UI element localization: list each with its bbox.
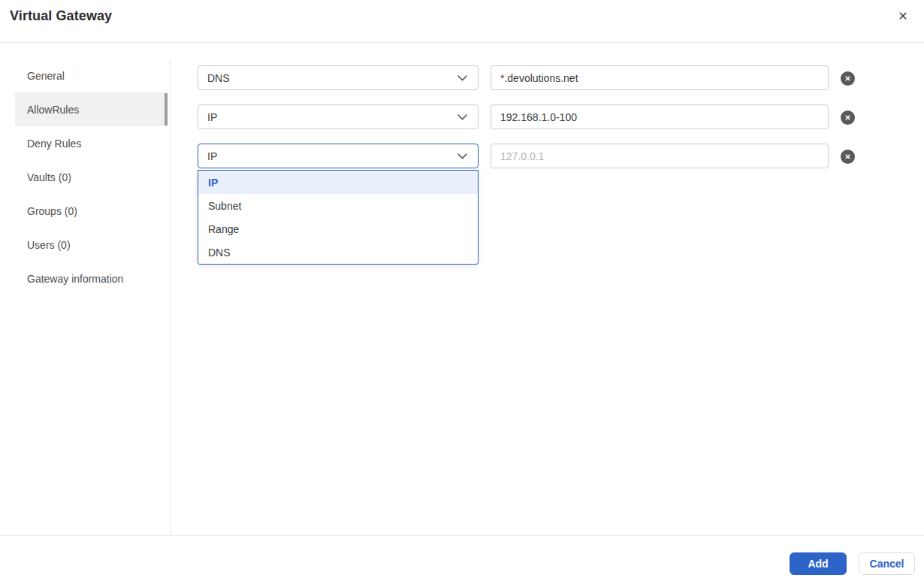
sidebar-item-label: General (27, 70, 65, 82)
chevron-down-icon (457, 75, 467, 81)
sidebar-nav: General AllowRules Deny Rules Vaults (0)… (15, 59, 168, 295)
delete-icon: ✕ (844, 75, 850, 83)
sidebar-item-general[interactable]: General (15, 59, 168, 92)
sidebar-item-label: Groups (0) (27, 205, 77, 217)
sidebar-item-allowrules[interactable]: AllowRules (15, 92, 168, 126)
rule-type-value: DNS (207, 72, 230, 84)
rule-value-input-3[interactable] (491, 144, 829, 168)
virtual-gateway-dialog: Virtual Gateway ✕ General AllowRules Den… (0, 0, 924, 584)
rule-type-value: IP (207, 111, 217, 123)
dialog-title: Virtual Gateway (10, 8, 112, 24)
delete-icon: ✕ (844, 153, 850, 161)
chevron-down-icon (457, 153, 467, 159)
option-label: IP (208, 177, 218, 189)
add-button[interactable]: Add (790, 552, 847, 575)
option-label: Subnet (208, 200, 241, 212)
delete-icon: ✕ (844, 114, 850, 122)
dropdown-option-subnet[interactable]: Subnet (198, 194, 478, 217)
sidebar-item-label: Vaults (0) (27, 171, 71, 183)
sidebar-item-label: Users (0) (27, 239, 71, 251)
dropdown-option-ip[interactable]: IP (198, 171, 478, 194)
dropdown-option-dns[interactable]: DNS (198, 241, 478, 264)
rule-type-select-3[interactable]: IP (198, 144, 479, 168)
sidebar-item-deny-rules[interactable]: Deny Rules (15, 126, 168, 160)
option-label: DNS (208, 247, 231, 259)
rule-value-input-2[interactable] (491, 104, 829, 129)
dialog-header: Virtual Gateway ✕ (0, 0, 924, 43)
footer-divider (0, 535, 924, 536)
sidebar-scrollbar-thumb[interactable] (165, 93, 168, 126)
rule-type-select-1[interactable]: DNS (198, 65, 479, 90)
sidebar-item-label: Gateway information (27, 273, 123, 285)
sidebar-item-gateway-information[interactable]: Gateway information (15, 262, 168, 295)
sidebar-item-label: AllowRules (27, 104, 79, 116)
sidebar-divider (170, 59, 171, 535)
close-button[interactable]: ✕ (895, 8, 911, 25)
close-icon: ✕ (898, 11, 907, 23)
rule-type-select-2[interactable]: IP (198, 104, 479, 129)
chevron-down-icon (457, 114, 467, 120)
sidebar-item-groups[interactable]: Groups (0) (15, 194, 168, 228)
sidebar-item-users[interactable]: Users (0) (15, 228, 168, 262)
dropdown-option-range[interactable]: Range (198, 217, 478, 241)
cancel-button[interactable]: Cancel (859, 552, 915, 575)
delete-rule-button-2[interactable]: ✕ (841, 110, 855, 125)
delete-rule-button-3[interactable]: ✕ (841, 150, 855, 164)
rule-type-value: IP (207, 150, 217, 162)
sidebar-item-vaults[interactable]: Vaults (0) (15, 160, 168, 194)
delete-rule-button-1[interactable]: ✕ (841, 71, 855, 86)
option-label: Range (208, 223, 239, 235)
rule-type-dropdown-list: IP Subnet Range DNS (198, 170, 479, 265)
rule-value-input-1[interactable] (491, 65, 829, 90)
sidebar-item-label: Deny Rules (27, 138, 81, 150)
